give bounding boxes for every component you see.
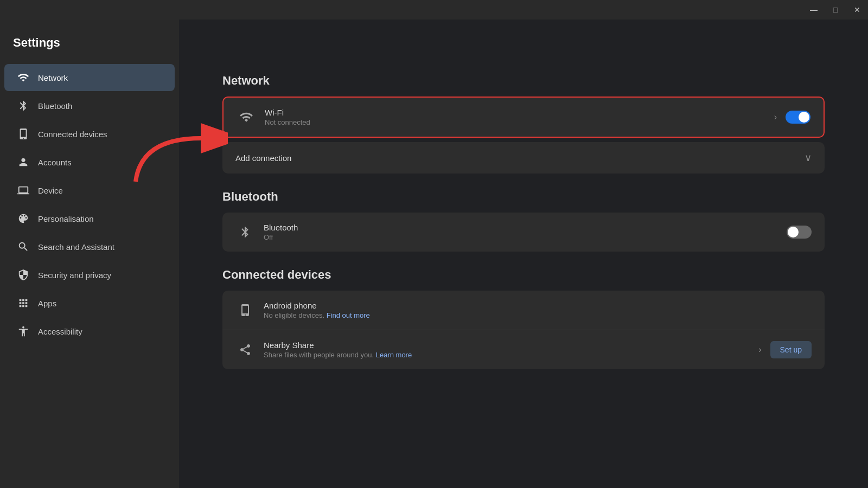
add-connection-label: Add connection (235, 153, 291, 163)
sidebar-item-network-label: Network (38, 73, 68, 82)
wifi-card: Wi-Fi Not connected › (222, 97, 825, 138)
palette-icon (17, 213, 29, 224)
bluetooth-card-icon (235, 222, 255, 242)
sidebar-item-security-privacy[interactable]: Security and privacy (4, 261, 175, 288)
shield-icon (17, 269, 29, 281)
nearby-share-sublabel: Share files with people around you. Lear… (264, 351, 758, 359)
android-phone-item[interactable]: Android phone No eligible devices. Find … (222, 291, 825, 330)
add-connection-item[interactable]: Add connection ∨ (222, 142, 825, 174)
wifi-item[interactable]: Wi-Fi Not connected › (224, 98, 824, 137)
wifi-card-icon (237, 107, 256, 127)
sidebar-item-security-privacy-label: Security and privacy (38, 271, 111, 280)
app-title: Settings (0, 30, 179, 63)
sidebar-item-personalisation[interactable]: Personalisation (4, 205, 175, 232)
nearby-share-link[interactable]: Learn more (376, 351, 412, 359)
apps-icon (17, 297, 29, 309)
wifi-icon (17, 72, 29, 84)
android-phone-link[interactable]: Find out more (327, 311, 370, 319)
sidebar-item-accounts[interactable]: Accounts (4, 149, 175, 176)
bluetooth-item[interactable]: Bluetooth Off (222, 213, 825, 252)
nearby-share-text: Nearby Share Share files with people aro… (264, 341, 758, 359)
connected-devices-card: Android phone No eligible devices. Find … (222, 291, 825, 369)
sidebar-item-network[interactable]: Network (4, 64, 175, 91)
connected-devices-section-title: Connected devices (222, 268, 825, 282)
sidebar-item-device-label: Device (38, 186, 63, 195)
wifi-toggle[interactable] (786, 111, 810, 124)
sidebar-item-accounts-label: Accounts (38, 158, 72, 167)
sidebar: Settings Network Bluetooth Con (0, 20, 179, 488)
nearby-share-arrow-icon: › (758, 345, 761, 355)
content-area: Settings Network Bluetooth Con (0, 20, 868, 488)
bluetooth-toggle[interactable] (787, 226, 812, 239)
sidebar-item-accessibility-label: Accessibility (38, 327, 82, 336)
android-phone-icon (235, 300, 255, 320)
laptop-icon (17, 184, 29, 196)
nearby-share-item[interactable]: Nearby Share Share files with people aro… (222, 330, 825, 369)
wifi-label: Wi-Fi (265, 108, 774, 117)
sidebar-item-device[interactable]: Device (4, 177, 175, 204)
minimize-button[interactable]: — (803, 0, 825, 20)
connected-devices-section: Connected devices Android phone No eligi… (222, 268, 825, 369)
android-phone-sublabel: No eligible devices. Find out more (264, 311, 812, 319)
accessibility-icon (17, 325, 29, 337)
devices-icon (17, 128, 29, 140)
sidebar-item-bluetooth[interactable]: Bluetooth (4, 92, 175, 119)
bluetooth-text: Bluetooth Off (264, 223, 787, 241)
maximize-button[interactable]: □ (825, 0, 846, 20)
wifi-status: Not connected (265, 118, 774, 126)
bluetooth-label: Bluetooth (264, 223, 787, 232)
settings-window: — □ ✕ Settings Network Bluetooth (0, 0, 868, 488)
network-section-title: Network (222, 74, 825, 88)
sidebar-item-apps[interactable]: Apps (4, 290, 175, 317)
sidebar-item-search-assistant-label: Search and Assistant (38, 242, 114, 252)
titlebar: — □ ✕ (0, 0, 868, 20)
sidebar-item-bluetooth-label: Bluetooth (38, 101, 72, 111)
android-phone-text: Android phone No eligible devices. Find … (264, 301, 812, 319)
setup-button[interactable]: Set up (770, 341, 812, 358)
person-icon (17, 156, 29, 168)
sidebar-item-connected-devices-label: Connected devices (38, 130, 107, 139)
wifi-toggle-knob (799, 112, 809, 123)
android-phone-label: Android phone (264, 301, 812, 310)
search-icon (17, 241, 29, 253)
sidebar-item-accessibility[interactable]: Accessibility (4, 318, 175, 345)
nearby-share-icon (235, 340, 255, 359)
bluetooth-toggle-knob (788, 227, 799, 237)
sidebar-item-connected-devices[interactable]: Connected devices (4, 120, 175, 147)
sidebar-item-search-assistant[interactable]: Search and Assistant (4, 233, 175, 260)
wifi-arrow-icon: › (774, 112, 777, 122)
bluetooth-icon (17, 100, 29, 112)
close-button[interactable]: ✕ (846, 0, 868, 20)
add-connection-chevron-icon: ∨ (805, 152, 812, 164)
bluetooth-card: Bluetooth Off (222, 213, 825, 252)
sidebar-item-personalisation-label: Personalisation (38, 214, 94, 223)
bluetooth-section: Bluetooth Bluetooth Off (222, 190, 825, 252)
nearby-share-label: Nearby Share (264, 341, 758, 350)
wifi-text: Wi-Fi Not connected (265, 108, 774, 126)
sidebar-item-apps-label: Apps (38, 299, 56, 308)
bluetooth-status: Off (264, 233, 787, 241)
main-content: Network Wi-Fi Not connected › (179, 20, 868, 488)
network-section: Network Wi-Fi Not connected › (222, 74, 825, 174)
bluetooth-section-title: Bluetooth (222, 190, 825, 204)
